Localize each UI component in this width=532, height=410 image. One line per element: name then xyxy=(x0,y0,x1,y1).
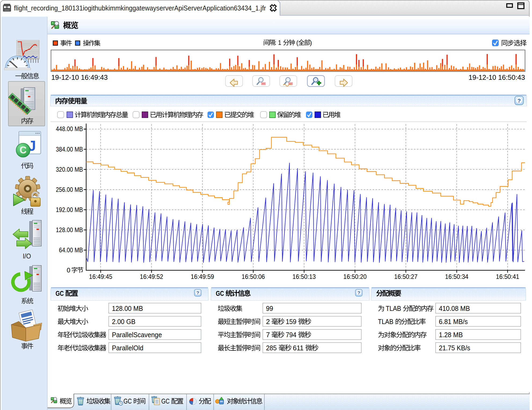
svg-text:7: 7 xyxy=(266,331,270,339)
svg-text:GC: GC xyxy=(123,397,132,405)
svg-text:159: 159 xyxy=(286,318,296,326)
svg-text:384.00 MB: 384.00 MB xyxy=(56,146,83,153)
svg-text:285: 285 xyxy=(266,344,277,352)
svg-text:64.00 MB: 64.00 MB xyxy=(59,246,83,254)
svg-text:): ) xyxy=(310,39,312,46)
svg-text:794: 794 xyxy=(286,331,296,339)
svg-text:611: 611 xyxy=(293,344,304,352)
svg-text:16:49:59: 16:49:59 xyxy=(191,273,214,280)
svg-text:flight_recording_180131iogithu: flight_recording_180131iogithubkimmkingg… xyxy=(14,4,266,12)
svg-text:19-12-10 16:50:43: 19-12-10 16:50:43 xyxy=(469,73,525,81)
svg-text:GC: GC xyxy=(56,289,64,297)
svg-text:16:50:13: 16:50:13 xyxy=(293,273,316,280)
svg-text:GC: GC xyxy=(161,397,170,405)
svg-text:TLAB: TLAB xyxy=(378,318,393,325)
svg-text:6.81 MB/s: 6.81 MB/s xyxy=(439,318,468,326)
svg-text:16:50:06: 16:50:06 xyxy=(242,273,265,280)
svg-text:?: ? xyxy=(196,290,199,296)
svg-text:(: ( xyxy=(296,39,298,46)
svg-text:16:49:52: 16:49:52 xyxy=(140,273,163,280)
svg-text:ParallelOld: ParallelOld xyxy=(112,344,143,352)
svg-text:2: 2 xyxy=(266,318,270,326)
svg-text:192.00 MB: 192.00 MB xyxy=(56,206,83,213)
svg-text:128.00 MB: 128.00 MB xyxy=(112,304,143,312)
svg-text:410.08 MB: 410.08 MB xyxy=(439,304,470,312)
svg-text:21.75 KB/s: 21.75 KB/s xyxy=(439,344,470,352)
svg-text:16:49:45: 16:49:45 xyxy=(89,273,112,280)
svg-text:16:50:41: 16:50:41 xyxy=(496,273,519,280)
svg-text:256.00 MB: 256.00 MB xyxy=(56,186,83,193)
svg-text:1.28 MB: 1.28 MB xyxy=(439,331,463,339)
svg-text:I/O: I/O xyxy=(23,252,31,260)
svg-text:448.00 MB: 448.00 MB xyxy=(56,125,83,132)
svg-text:320.00 MB: 320.00 MB xyxy=(56,166,83,173)
svg-text:19-12-10 16:49:43: 19-12-10 16:49:43 xyxy=(51,73,108,81)
svg-text:16:50:34: 16:50:34 xyxy=(445,273,468,280)
svg-text:0: 0 xyxy=(67,267,70,274)
svg-text:99: 99 xyxy=(266,304,273,312)
svg-text:: 1: : 1 xyxy=(275,39,282,46)
svg-text:?: ? xyxy=(518,98,521,104)
svg-text:16:50:20: 16:50:20 xyxy=(343,273,367,280)
svg-text:ParallelScavenge: ParallelScavenge xyxy=(112,331,162,339)
svg-text:2.00 GB: 2.00 GB xyxy=(112,318,136,326)
svg-text:?: ? xyxy=(358,290,360,296)
svg-text:128.00 MB: 128.00 MB xyxy=(56,226,83,233)
svg-text:C: C xyxy=(20,145,27,156)
svg-text:16:50:27: 16:50:27 xyxy=(394,273,418,280)
svg-text:TLAB: TLAB xyxy=(386,305,401,312)
svg-text:GC: GC xyxy=(216,289,224,297)
